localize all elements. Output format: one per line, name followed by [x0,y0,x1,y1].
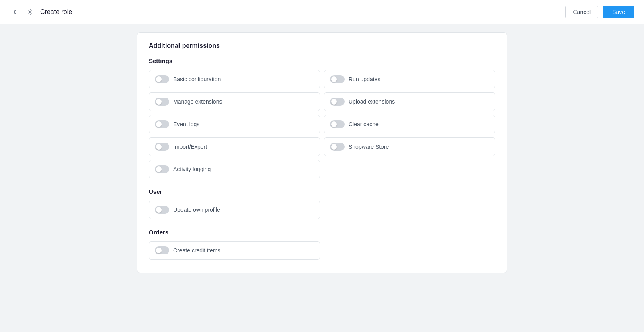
perm-label-update-own-profile: Update own profile [173,207,220,213]
back-button[interactable] [10,7,20,17]
toggle-slider-manage-extensions [155,98,169,106]
orders-section: Orders Create credit items [149,229,495,260]
toggle-slider-import-export [155,143,169,151]
header-right: Cancel Save [565,6,634,18]
save-button[interactable]: Save [603,6,634,18]
settings-grid-row4: Import/Export Shopware Store [149,137,495,156]
perm-label-create-credit-items: Create credit items [173,247,220,254]
chevron-left-icon [11,8,18,16]
toggle-upload-extensions[interactable] [330,98,345,106]
user-grid: Update own profile [149,201,495,219]
content-area: Additional permissions Settings Basic co… [137,24,507,332]
user-section-title: User [149,188,495,195]
toggle-slider-shopware-store [330,143,345,151]
card-title: Additional permissions [149,42,495,49]
perm-label-shopware-store: Shopware Store [349,143,389,150]
perm-item-import-export: Import/Export [149,137,320,156]
cancel-button[interactable]: Cancel [565,6,598,18]
toggle-slider-activity-logging [155,165,169,173]
toggle-slider-event-logs [155,120,169,128]
toggle-update-own-profile[interactable] [155,206,169,214]
settings-grid-row1: Basic configuration Run updates [149,70,495,88]
header-left: Create role [10,7,72,17]
toggle-import-export[interactable] [155,143,169,151]
perm-item-clear-cache: Clear cache [324,115,495,133]
settings-grid-row2: Manage extensions Upload extensions [149,92,495,111]
permissions-card: Additional permissions Settings Basic co… [137,32,507,273]
perm-item-run-updates: Run updates [324,70,495,88]
page-title: Create role [40,8,72,16]
perm-label-run-updates: Run updates [349,76,380,82]
perm-item-manage-extensions: Manage extensions [149,92,320,111]
perm-label-upload-extensions: Upload extensions [349,98,395,105]
toggle-create-credit-items[interactable] [155,246,169,254]
perm-item-activity-logging: Activity logging [149,160,320,178]
orders-section-title: Orders [149,229,495,236]
toggle-run-updates[interactable] [330,75,345,83]
main-content: Additional permissions Settings Basic co… [0,0,644,332]
perm-label-basic-configuration: Basic configuration [173,76,221,82]
toggle-basic-configuration[interactable] [155,75,169,83]
toggle-slider-upload-extensions [330,98,345,106]
header: Create role Cancel Save [0,0,644,24]
perm-label-manage-extensions: Manage extensions [173,98,222,105]
perm-item-update-own-profile: Update own profile [149,201,320,219]
perm-item-upload-extensions: Upload extensions [324,92,495,111]
toggle-manage-extensions[interactable] [155,98,169,106]
toggle-slider-basic-configuration [155,75,169,83]
perm-label-event-logs: Event logs [173,121,199,127]
toggle-slider-clear-cache [330,120,345,128]
settings-grid-row5: Activity logging [149,160,495,178]
perm-item-basic-configuration: Basic configuration [149,70,320,88]
svg-point-0 [29,11,31,13]
toggle-activity-logging[interactable] [155,165,169,173]
toggle-slider-create-credit-items [155,246,169,254]
settings-section-title: Settings [149,57,495,64]
gear-icon [27,8,34,16]
perm-item-create-credit-items: Create credit items [149,241,320,260]
toggle-slider-update-own-profile [155,206,169,214]
toggle-shopware-store[interactable] [330,143,345,151]
toggle-slider-run-updates [330,75,345,83]
perm-label-import-export: Import/Export [173,143,207,150]
perm-label-activity-logging: Activity logging [173,166,211,172]
perm-item-shopware-store: Shopware Store [324,137,495,156]
perm-label-clear-cache: Clear cache [349,121,379,127]
toggle-event-logs[interactable] [155,120,169,128]
toggle-clear-cache[interactable] [330,120,345,128]
user-section: User Update own profile [149,188,495,219]
settings-button[interactable] [25,7,35,17]
settings-grid-row3: Event logs Clear cache [149,115,495,133]
orders-grid: Create credit items [149,241,495,260]
settings-section: Settings Basic configuration [149,57,495,178]
perm-item-event-logs: Event logs [149,115,320,133]
